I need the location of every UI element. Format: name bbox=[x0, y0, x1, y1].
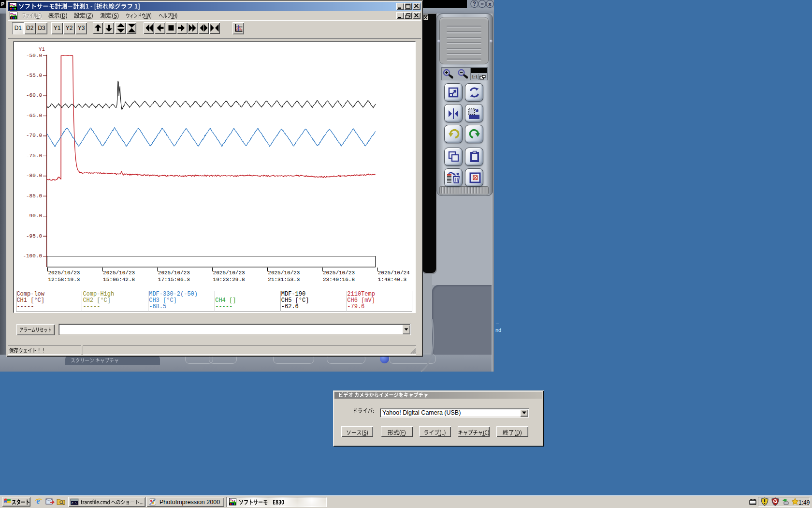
svg-text:e: e bbox=[36, 496, 40, 506]
svg-text:?: ? bbox=[473, 0, 476, 7]
svg-text:x: x bbox=[488, 1, 492, 7]
svg-text:C:\: C:\ bbox=[72, 502, 77, 505]
